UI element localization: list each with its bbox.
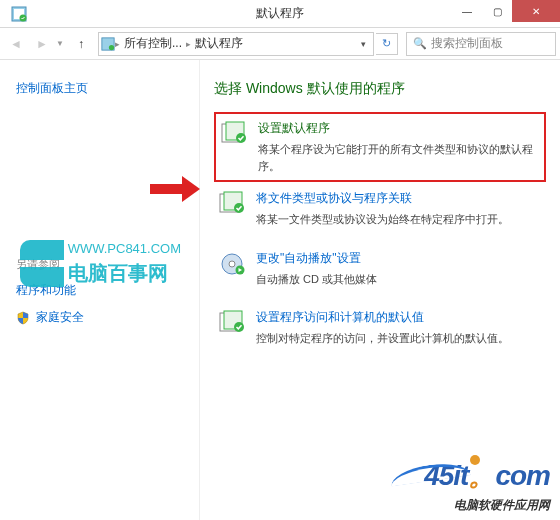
maximize-button[interactable]: ▢ xyxy=(482,0,512,22)
up-button[interactable]: ↑ xyxy=(70,33,92,55)
option-title: 更改"自动播放"设置 xyxy=(256,250,377,267)
autoplay-icon xyxy=(218,250,246,278)
option-desc: 将某一文件类型或协议设为始终在特定程序中打开。 xyxy=(256,211,509,228)
back-button[interactable]: ◄ xyxy=(4,32,28,56)
breadcrumb-1[interactable]: 所有控制... xyxy=(120,35,186,52)
svg-point-12 xyxy=(229,261,235,267)
window-icon xyxy=(8,3,30,25)
minimize-button[interactable]: — xyxy=(452,0,482,22)
navbar: ◄ ► ▼ ↑ ▸ 所有控制... ▸ 默认程序 ▾ ↻ 🔍 搜索控制面板 xyxy=(0,28,560,60)
main-panel: 选择 Windows 默认使用的程序 设置默认程序 将某个程序设为它能打开的所有… xyxy=(200,60,560,520)
option-set-default[interactable]: 设置默认程序 将某个程序设为它能打开的所有文件类型和协议的默认程序。 xyxy=(214,112,546,182)
titlebar: 默认程序 — ▢ ✕ xyxy=(0,0,560,28)
sidebar-link-programs[interactable]: 程序和功能 xyxy=(16,282,183,299)
shield-icon xyxy=(16,311,30,325)
programs-icon xyxy=(218,190,246,218)
option-autoplay[interactable]: 更改"自动播放"设置 自动播放 CD 或其他媒体 xyxy=(214,250,546,288)
control-panel-home-link[interactable]: 控制面板主页 xyxy=(16,80,183,97)
see-also-label: 另请参阅 xyxy=(16,257,183,272)
option-title: 将文件类型或协议与程序关联 xyxy=(256,190,509,207)
programs-icon xyxy=(218,309,246,337)
search-placeholder: 搜索控制面板 xyxy=(431,35,503,52)
option-desc: 将某个程序设为它能打开的所有文件类型和协议的默认程序。 xyxy=(258,141,540,174)
sidebar: 控制面板主页 另请参阅 程序和功能 家庭安全 xyxy=(0,60,200,520)
address-bar[interactable]: ▸ 所有控制... ▸ 默认程序 ▾ xyxy=(98,32,374,56)
window-controls: — ▢ ✕ xyxy=(452,0,560,22)
sidebar-link-family-safety[interactable]: 家庭安全 xyxy=(16,309,183,326)
option-associate[interactable]: 将文件类型或协议与程序关联 将某一文件类型或协议设为始终在特定程序中打开。 xyxy=(214,190,546,228)
svg-point-4 xyxy=(109,44,114,49)
breadcrumb-2[interactable]: 默认程序 xyxy=(191,35,247,52)
page-heading: 选择 Windows 默认使用的程序 xyxy=(214,80,546,98)
search-icon: 🔍 xyxy=(413,37,427,50)
refresh-button[interactable]: ↻ xyxy=(376,33,398,55)
forward-button[interactable]: ► xyxy=(30,32,54,56)
address-icon xyxy=(101,37,115,51)
window-title: 默认程序 xyxy=(256,5,304,22)
programs-icon xyxy=(220,120,248,148)
history-dropdown[interactable]: ▼ xyxy=(56,39,68,48)
address-dropdown[interactable]: ▾ xyxy=(355,39,371,49)
option-title: 设置默认程序 xyxy=(258,120,540,137)
close-button[interactable]: ✕ xyxy=(512,0,560,22)
option-title: 设置程序访问和计算机的默认值 xyxy=(256,309,509,326)
search-input[interactable]: 🔍 搜索控制面板 xyxy=(406,32,556,56)
option-program-access[interactable]: 设置程序访问和计算机的默认值 控制对特定程序的访问，并设置此计算机的默认值。 xyxy=(214,309,546,347)
sidebar-link-label: 家庭安全 xyxy=(36,309,84,326)
option-desc: 自动播放 CD 或其他媒体 xyxy=(256,271,377,288)
option-desc: 控制对特定程序的访问，并设置此计算机的默认值。 xyxy=(256,330,509,347)
content: 控制面板主页 另请参阅 程序和功能 家庭安全 选择 Windows 默认使用的程… xyxy=(0,60,560,520)
